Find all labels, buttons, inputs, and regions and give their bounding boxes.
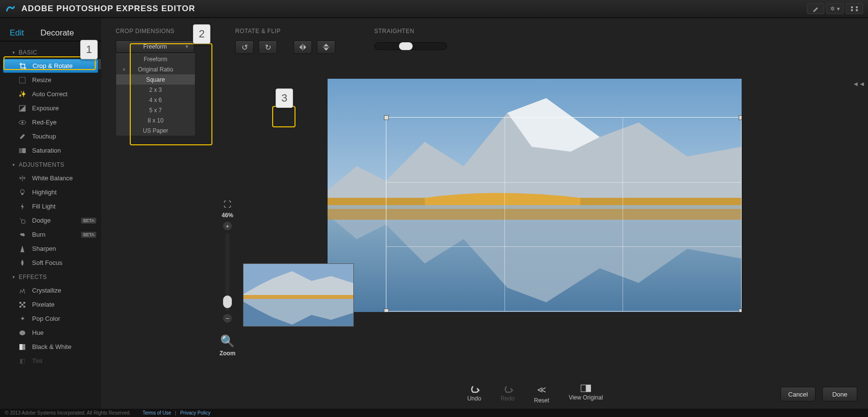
sidebar-item-hue[interactable]: Hue	[0, 326, 101, 340]
exposure-icon	[18, 104, 26, 112]
group-adjustments[interactable]: ▼ADJUSTMENTS	[0, 157, 101, 171]
group-effects-label: EFFECTS	[18, 274, 47, 280]
title-bar: ADOBE PHOTOSHOP EXPRESS EDITOR ✲ ▾	[0, 0, 868, 18]
crop-handle-nw[interactable]	[384, 115, 389, 120]
done-button[interactable]: Done	[822, 387, 857, 401]
sidebar-item-label: Fill Light	[32, 203, 55, 210]
svg-rect-29	[243, 295, 354, 299]
sidebar-item-label: Pixelate	[32, 301, 54, 308]
footer-sep: |	[175, 410, 176, 416]
resize-icon	[18, 76, 26, 84]
burn-icon	[18, 231, 26, 239]
sidebar-item-label: Soft Focus	[32, 259, 62, 266]
slider-thumb[interactable]	[399, 42, 413, 50]
zoom-in-button[interactable]: +	[223, 222, 232, 230]
magnifier-icon[interactable]: 🔍	[220, 334, 235, 348]
sidebar-item-exposure[interactable]: Exposure	[0, 101, 101, 115]
svg-rect-2	[851, 9, 853, 11]
dropdown-option[interactable]: Original Ratio	[116, 64, 195, 74]
undo-button[interactable]: Undo	[467, 384, 481, 404]
svg-rect-17	[19, 306, 21, 308]
flip-horizontal-button[interactable]	[294, 40, 312, 54]
svg-rect-31	[586, 385, 590, 392]
palette-icon	[18, 329, 26, 337]
straighten-slider[interactable]	[374, 42, 447, 50]
sidebar-item-highlight[interactable]: Highlight	[0, 185, 101, 199]
settings-button[interactable]: ✲ ▾	[826, 3, 844, 14]
svg-rect-15	[19, 302, 21, 304]
reset-button[interactable]: ≪Reset	[534, 384, 549, 404]
sidebar-item-crystallize[interactable]: Crystallize	[0, 283, 101, 297]
callout-badge-2: 2	[193, 24, 210, 44]
sidebar-item-label: Crystallize	[32, 287, 61, 294]
balance-icon	[18, 174, 26, 182]
sidebar-item-pixelate[interactable]: Pixelate	[0, 297, 101, 312]
crop-handle-sw[interactable]	[384, 309, 389, 312]
rotate-cw-button[interactable]: ↻	[259, 40, 277, 54]
brush-tool-button[interactable]	[807, 3, 824, 14]
dropdown-option[interactable]: Freeform	[116, 54, 195, 64]
footer-privacy-link[interactable]: Privacy Policy	[180, 410, 210, 416]
rotate-ccw-button[interactable]: ↺	[235, 40, 254, 54]
sidebar-item-label: Dodge	[32, 217, 51, 224]
fullscreen-button[interactable]	[846, 3, 863, 14]
sidebar-item-resize[interactable]: Resize	[0, 73, 101, 87]
group-effects[interactable]: ▼EFFECTS	[0, 270, 101, 283]
sidebar-item-fill-light[interactable]: Fill Light	[0, 199, 101, 213]
footer: © 2013 Adobe Systems Incorporated. All R…	[0, 409, 868, 417]
canvas[interactable]	[101, 79, 868, 409]
cancel-button[interactable]: Cancel	[781, 387, 816, 401]
reset-label: Reset	[534, 397, 549, 404]
rotate-flip-group: ROTATE & FLIP ↺ ↻	[235, 28, 335, 54]
svg-point-11	[20, 190, 24, 193]
navigator-thumbnail[interactable]	[243, 263, 354, 327]
svg-rect-18	[21, 304, 23, 306]
photo[interactable]	[328, 79, 742, 312]
zoom-knob[interactable]	[223, 295, 232, 308]
svg-rect-4	[19, 77, 25, 83]
sidebar-item-label: Highlight	[32, 189, 57, 196]
sidebar-item-white-balance[interactable]: White Balance	[0, 171, 101, 185]
sidebar-item-auto-correct[interactable]: ✨Auto Correct	[0, 87, 101, 101]
sidebar-item-red-eye[interactable]: Red-Eye	[0, 115, 101, 129]
sidebar-item-pop-color[interactable]: ✦Pop Color	[0, 312, 101, 326]
sidebar-item-label: Touchup	[32, 133, 56, 140]
bulb-icon	[18, 189, 26, 196]
sidebar-item-label: Hue	[32, 329, 44, 336]
bandage-icon	[18, 133, 26, 140]
svg-rect-16	[23, 302, 25, 304]
sidebar-item-tint[interactable]: ◧Tint	[0, 354, 101, 368]
sidebar-item-crop-rotate[interactable]: Crop & Rotate	[3, 59, 98, 73]
crop-dimensions-dropdown[interactable]: Freeform ▼ FreeformOriginal RatioSquare2…	[116, 40, 194, 53]
sidebar-item-black-white[interactable]: Black & White	[0, 340, 101, 354]
footer-copyright: © 2013 Adobe Systems Incorporated. All R…	[5, 410, 131, 416]
sidebar-item-burn[interactable]: BurnBETA	[0, 227, 101, 242]
footer-terms-link[interactable]: Terms of Use	[142, 410, 171, 416]
crop-selection[interactable]	[386, 117, 742, 312]
sidebar-item-sharpen[interactable]: Sharpen	[0, 242, 101, 256]
sidebar-item-soft-focus[interactable]: Soft Focus	[0, 256, 101, 270]
redo-button[interactable]: Redo	[501, 384, 515, 404]
zoom-out-button[interactable]: −	[223, 314, 232, 323]
rotate-flip-label: ROTATE & FLIP	[235, 28, 335, 35]
view-original-button[interactable]: View Original	[569, 384, 603, 404]
sidebar-item-touchup[interactable]: Touchup	[0, 129, 101, 143]
sidebar-item-dodge[interactable]: DodgeBETA	[0, 213, 101, 227]
svg-rect-22	[19, 344, 22, 350]
undo-label: Undo	[467, 395, 481, 402]
zoom-slider[interactable]	[226, 233, 229, 311]
flip-vertical-button[interactable]	[317, 40, 335, 54]
crop-handle-ne[interactable]	[739, 115, 742, 120]
fit-screen-icon[interactable]: ⛶	[224, 200, 231, 209]
crop-handle-se[interactable]	[739, 309, 742, 312]
zoom-pct: 46%	[222, 212, 233, 219]
tab-edit[interactable]: Edit	[10, 28, 24, 38]
toolbar: CROP DIMENSIONS Freeform ▼ FreeformOrigi…	[101, 18, 868, 79]
dropdown-selected: Freeform	[143, 43, 167, 50]
action-bar: Undo Redo ≪Reset View Original Cancel Do…	[202, 380, 868, 409]
straighten-label: STRAIGHTEN	[374, 28, 447, 35]
crop-dimensions-group: CROP DIMENSIONS Freeform ▼ FreeformOrigi…	[116, 28, 196, 53]
crop-icon	[19, 62, 27, 70]
sidebar-item-saturation[interactable]: Saturation	[0, 143, 101, 157]
tab-decorate[interactable]: Decorate	[40, 28, 74, 38]
